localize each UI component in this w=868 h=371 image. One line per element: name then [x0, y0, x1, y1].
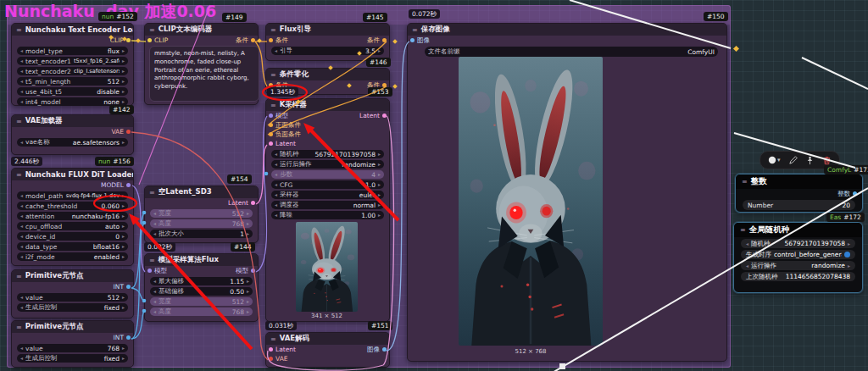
trash-icon[interactable]	[822, 156, 832, 165]
arrow-right-icon[interactable]: ▸	[122, 69, 125, 74]
pen-icon[interactable]	[788, 156, 798, 165]
arrow-left-icon[interactable]: ◂	[20, 234, 23, 239]
toggle-dot[interactable]	[844, 252, 850, 257]
latent-input-port[interactable]	[269, 347, 273, 352]
arrow-left-icon[interactable]: ◂	[153, 299, 156, 304]
model-input-port[interactable]	[147, 269, 152, 273]
vae-input-port[interactable]	[269, 357, 273, 361]
widget-vae-name[interactable]: ◂vae名称ae.safetensors▸	[17, 138, 128, 147]
widget-control-after-generate[interactable]: ◂生成后控制fixed▸	[17, 354, 128, 363]
arrow-right-icon[interactable]: ▸	[378, 162, 381, 167]
arrow-left-icon[interactable]: ◂	[20, 69, 23, 74]
widget-model-path[interactable]: ◂model_pathsvdq-fp4-flux.1-dev▸	[17, 191, 128, 200]
arrow-left-icon[interactable]: ◂	[20, 244, 23, 249]
arrow-right-icon[interactable]: ▸	[122, 79, 125, 84]
arrow-right-icon[interactable]: ▸	[122, 99, 125, 104]
widget-last-seed[interactable]: 上次随机种1114656852078438	[741, 272, 855, 281]
arrow-right-icon[interactable]: ▸	[122, 295, 125, 300]
widget-scheduler[interactable]: ◂调度器normal▸	[271, 201, 384, 209]
arrow-left-icon[interactable]: ◂	[153, 279, 156, 284]
model-output-port[interactable]	[126, 183, 131, 187]
arrow-right-icon[interactable]: ▸	[848, 241, 850, 246]
widget-cache-threshold[interactable]: ◂cache_threshold0.060▸	[17, 202, 128, 210]
arrow-right-icon[interactable]: ▸	[247, 299, 249, 304]
arrow-right-icon[interactable]: ▸	[122, 356, 125, 361]
widget-width[interactable]: ◂宽度512▸	[150, 297, 253, 306]
arrow-left-icon[interactable]: ◂	[20, 224, 23, 229]
widget-control-after-generate[interactable]: ◂生成后控制fixed▸	[17, 303, 128, 312]
node-primitive-height[interactable]: ≡Primitive元节点 INT ◂value768▸ ◂生成后控制fixed…	[11, 320, 134, 368]
arrow-left-icon[interactable]: ◂	[20, 346, 23, 351]
clip-input-port[interactable]	[147, 38, 152, 42]
widget-cfg[interactable]: ◂CFG1.0▸	[271, 180, 384, 189]
arrow-right-icon[interactable]: ▸	[378, 202, 381, 208]
node-editor-canvas[interactable]: Nunchaku dav 加速0.06 nun#152 ≡Nunchaku Te…	[0, 0, 868, 371]
model-input-port[interactable]	[269, 114, 273, 118]
arrow-right-icon[interactable]: ▸	[122, 305, 125, 310]
arrow-right-icon[interactable]: ▸	[247, 211, 249, 216]
model-output-port[interactable]	[251, 269, 255, 273]
widget-attention[interactable]: ◂attentionnunchaku-fp16▸	[17, 212, 128, 220]
widget-steps[interactable]: ◂步数4▸	[271, 170, 384, 179]
latent-input-port[interactable]	[269, 141, 273, 146]
arrow-left-icon[interactable]: ◂	[746, 241, 748, 246]
arrow-left-icon[interactable]: ◂	[20, 305, 23, 310]
arrow-right-icon[interactable]: ▸	[247, 309, 249, 314]
arrow-left-icon[interactable]: ◂	[746, 263, 748, 269]
widget-control-after-run[interactable]: ◂运行后操作randomize▸	[271, 160, 384, 169]
widget-guidance[interactable]: ◂引导3.5▸	[271, 47, 384, 55]
latent-output-port[interactable]	[251, 201, 255, 205]
node-model-sampling-flux[interactable]: ≡模型采样算法Flux 模型 模型 ◂最大偏移1.15▸ ◂基础偏移0.50▸ …	[144, 253, 259, 322]
prompt-textarea[interactable]: mmstyle, neon-mist, nelisty, A monochrom…	[149, 46, 259, 102]
arrow-right-icon[interactable]: ▸	[122, 203, 125, 208]
node-integer[interactable]: ≡整数 整数 Number20	[735, 174, 863, 213]
arrow-left-icon[interactable]: ◂	[20, 48, 23, 53]
widget-value[interactable]: ◂value512▸	[17, 293, 128, 302]
arrow-right-icon[interactable]: ▸	[848, 263, 850, 269]
arrow-right-icon[interactable]: ▸	[378, 192, 381, 197]
pin-icon[interactable]	[805, 156, 815, 165]
arrow-right-icon[interactable]: ▸	[247, 231, 249, 236]
widget-data-type[interactable]: ◂data_typebfloat16▸	[17, 242, 128, 251]
arrow-left-icon[interactable]: ◂	[275, 192, 277, 197]
arrow-right-icon[interactable]: ▸	[378, 48, 381, 53]
arrow-right-icon[interactable]: ▸	[122, 213, 125, 219]
arrow-right-icon[interactable]: ▸	[378, 213, 381, 218]
arrow-left-icon[interactable]: ◂	[275, 162, 277, 167]
widget-t5-min-length[interactable]: ◂t5_min_length512▸	[17, 77, 128, 86]
arrow-left-icon[interactable]: ◂	[153, 231, 156, 236]
arrow-left-icon[interactable]: ◂	[20, 203, 23, 208]
node-empty-latent-sd3[interactable]: ≡空Latent_SD3 Latent ◂宽度512▸ ◂高度768▸ ◂批次大…	[144, 186, 259, 243]
arrow-left-icon[interactable]: ◂	[20, 254, 23, 259]
widget-seed[interactable]: ◂随机种567921701397058▸	[271, 150, 384, 158]
widget-run-action[interactable]: ◂运行操作randomize▸	[741, 261, 855, 270]
arrow-left-icon[interactable]: ◂	[275, 172, 277, 177]
negative-input-port[interactable]	[269, 132, 273, 136]
arrow-right-icon[interactable]: ▸	[122, 234, 125, 239]
arrow-left-icon[interactable]: ◂	[153, 309, 156, 314]
arrow-right-icon[interactable]: ▸	[247, 221, 249, 226]
arrow-left-icon[interactable]: ◂	[20, 79, 23, 84]
arrow-right-icon[interactable]: ▸	[122, 89, 125, 94]
node-vae-loader[interactable]: ≡VAE加载器 VAE ◂vae名称ae.safetensors▸	[11, 114, 134, 155]
arrow-right-icon[interactable]: ▸	[122, 224, 125, 229]
arrow-left-icon[interactable]: ◂	[20, 99, 23, 104]
widget-height[interactable]: ◂高度768▸	[150, 307, 253, 316]
widget-text-encoder2[interactable]: ◂text_encoder2clip_l.safetensors▸	[17, 67, 128, 75]
widget-device-id[interactable]: ◂device_id0▸	[17, 232, 128, 241]
cond-output-port[interactable]	[382, 38, 387, 42]
arrow-right-icon[interactable]: ▸	[378, 172, 381, 177]
arrow-left-icon[interactable]: ◂	[20, 140, 23, 145]
arrow-left-icon[interactable]: ◂	[20, 193, 23, 198]
widget-batch-size[interactable]: ◂批次大小1▸	[150, 230, 253, 238]
widget-generate-order[interactable]: 生成时序control_before_generate	[741, 250, 855, 259]
arrow-left-icon[interactable]: ◂	[20, 58, 23, 64]
widget-denoise[interactable]: ◂降噪1.00▸	[271, 211, 384, 219]
widget-filename-prefix[interactable]: 文件名前缀ComfyUI	[425, 47, 718, 57]
node-text-encoder-loader[interactable]: ≡Nunchaku Text Encoder Loader CLIP ◂mode…	[11, 23, 134, 106]
widget-value[interactable]: ◂value768▸	[17, 344, 128, 352]
node-primitive-width[interactable]: ≡Primitive元节点 INT ◂value512▸ ◂生成后控制fixed…	[11, 269, 134, 318]
vae-output-port[interactable]	[126, 130, 131, 134]
arrow-left-icon[interactable]: ◂	[275, 213, 277, 218]
cond-input-port[interactable]	[269, 38, 273, 42]
